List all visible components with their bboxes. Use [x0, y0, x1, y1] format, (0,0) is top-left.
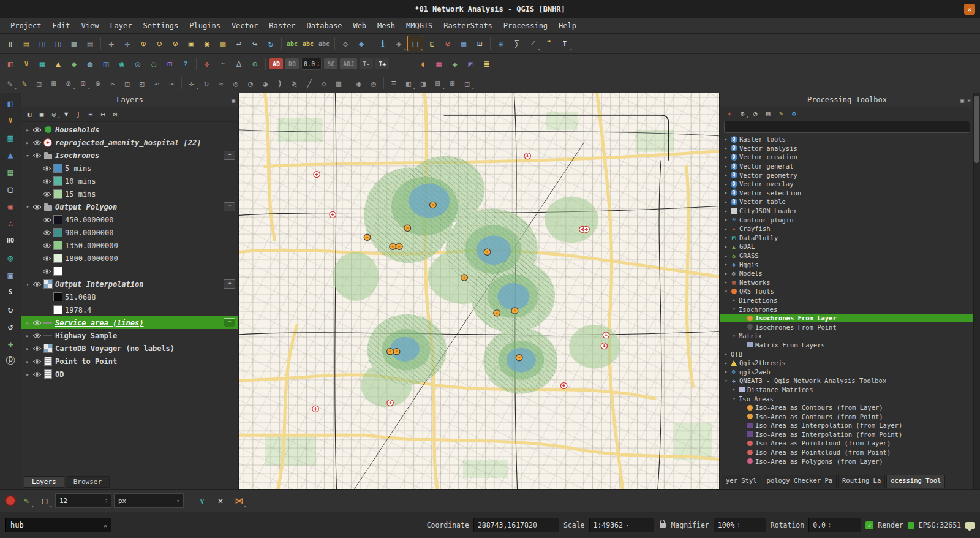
toolbox-search-input[interactable] — [724, 121, 970, 133]
layer-row-reprojected-amenity-hospital-22[interactable]: ▸+reprojected_amenity_hospital [22] — [21, 136, 238, 149]
help-icon[interactable]: ? — [178, 56, 193, 71]
expander-icon[interactable]: ▾ — [24, 281, 31, 287]
menu-processing[interactable]: Processing — [498, 20, 553, 31]
decoration-c-icon[interactable]: ⊟▾ — [431, 77, 445, 90]
data-source-manager-rail-icon[interactable]: ◧ — [2, 96, 18, 111]
scrollbar-thumb[interactable] — [974, 96, 979, 163]
toolbox-item-vector-analysis[interactable]: ▸QVector analysis — [720, 144, 974, 153]
openlayers-plugin-icon[interactable]: ◖ — [415, 56, 430, 71]
add-mesh-rail-icon[interactable]: ▲ — [2, 147, 18, 162]
locator-rail-icon[interactable]: ◎ — [2, 250, 18, 265]
toolbox-item-vector-general[interactable]: ▸QVector general — [720, 162, 974, 171]
toolbox-item-iso-areas[interactable]: ▾Iso-Areas — [720, 394, 974, 403]
refresh-map-icon[interactable]: ↻ — [263, 36, 278, 51]
toolbox-item-contour-plugin[interactable]: ▸≋Contour plugin — [720, 215, 974, 224]
visibility-eye-icon[interactable] — [41, 268, 52, 275]
layer-row-1978-4[interactable]: 1978.4 — [21, 303, 238, 316]
render-checkbox[interactable]: ✓ — [865, 521, 873, 529]
copy-features-icon[interactable]: ◫ — [121, 77, 134, 90]
close-icon[interactable]: ✕ — [967, 97, 971, 104]
menu-raster[interactable]: Raster — [263, 20, 301, 31]
toolbox-item-isochrones-from-layer[interactable]: Isochrones From Layer — [720, 314, 974, 323]
zoom-last-icon[interactable]: ↩ — [232, 36, 246, 51]
visibility-eye-icon[interactable] — [31, 320, 42, 326]
filter-legend-icon[interactable]: ▼ — [61, 108, 72, 119]
expander-icon[interactable]: ▸ — [723, 145, 729, 151]
scale-spin-spinner[interactable]: 0.0▴▾ — [301, 58, 322, 70]
add-virtual-rail-icon[interactable]: ▢ — [2, 181, 18, 197]
map-tips-icon[interactable]: ❝ — [541, 36, 556, 51]
layer-row-15-mins[interactable]: 15 mins — [21, 188, 238, 200]
visibility-eye-icon[interactable] — [41, 230, 52, 236]
zoom-to-layer-icon[interactable]: ▥ — [216, 36, 230, 51]
toolbox-item-crayfish[interactable]: ▸✴Crayfish — [720, 224, 974, 233]
label-toolbar-icon[interactable]: abc — [317, 36, 331, 51]
locator-search[interactable]: ✕ — [5, 518, 111, 532]
toolbox-item-matrix-from-layers[interactable]: Matrix From Layers — [720, 341, 974, 350]
expander-icon[interactable]: ▸ — [24, 127, 31, 133]
toolbox-item-raster-tools[interactable]: ▸QRaster tools — [720, 135, 974, 144]
undo-rail-icon[interactable]: ↺ — [2, 319, 18, 334]
layer-row-output-polygon[interactable]: ▾Output Polygon⋯ — [21, 200, 238, 213]
symbol-fill-icon[interactable]: ▢▾ — [37, 493, 52, 508]
expander-icon[interactable]: ▾ — [731, 396, 737, 401]
toolbox-item-iso-area-as-pointcloud-from-layer[interactable]: Iso-Area as Pointcloud (from Layer) — [720, 439, 974, 448]
adj-mode-button[interactable]: ADJ — [340, 58, 357, 69]
toolbox-item-matrix[interactable]: ▾Matrix — [720, 332, 974, 341]
add-mesh-layer-icon[interactable]: ▲ — [51, 56, 66, 71]
toolbox-item-vector-overlay[interactable]: ▸QVector overlay — [720, 180, 974, 189]
georeferencer-rail-icon[interactable]: ▣ — [2, 267, 18, 282]
cut-features-icon[interactable]: ✂ — [106, 77, 119, 90]
layer-row-households[interactable]: ▸Households — [21, 123, 238, 136]
menu-vector[interactable]: Vector — [226, 20, 263, 31]
symbol-size-spinner[interactable]: 12▴▾ — [55, 493, 111, 508]
zoom-in-icon[interactable]: ⊕ — [136, 36, 151, 51]
expander-icon[interactable]: ▸ — [723, 271, 729, 276]
quickmap-add-icon[interactable]: ✚ — [447, 56, 462, 71]
menu-project[interactable]: Project — [5, 20, 47, 31]
visibility-eye-icon[interactable] — [31, 333, 42, 339]
toolbox-item-vector-table[interactable]: ▸QVector table — [720, 197, 974, 206]
toolbox-item-vector-geometry[interactable]: ▸QVector geometry — [720, 170, 974, 180]
expander-icon[interactable]: ▾ — [723, 378, 729, 384]
expander-icon[interactable]: ▸ — [723, 351, 729, 357]
layer-indicator-badge[interactable]: ⋯ — [224, 202, 235, 211]
expander-icon[interactable]: ▾ — [24, 204, 31, 210]
toolbox-item-otb[interactable]: ▸OTB — [720, 349, 974, 358]
street-smart-rail-icon[interactable]: S — [2, 284, 18, 300]
quickmap-rail-icon[interactable]: ✚ — [2, 336, 18, 351]
toggle-editing-icon[interactable]: ✎ — [18, 77, 31, 90]
layer-row-output-interpolation[interactable]: ▾Output Interpolation⋯ — [21, 278, 238, 290]
panel-tab-browser[interactable]: Browser — [66, 476, 110, 488]
decoration-b-icon[interactable]: ◨ — [417, 77, 430, 90]
symbol-style-icon[interactable]: ✎▾ — [19, 493, 34, 508]
expander-icon[interactable]: ▸ — [731, 387, 737, 392]
toolbox-item-isochrones-from-point[interactable]: Isochrones From Point — [720, 322, 974, 332]
models-icon[interactable]: ⚙▾ — [737, 108, 748, 119]
layout-manager-icon[interactable]: ▤ — [83, 36, 97, 51]
georeferencer-icon[interactable]: ⊕ — [247, 56, 262, 71]
add-spatialite-icon[interactable]: ◍ — [83, 56, 97, 71]
fill-ring-icon[interactable]: ◕ — [258, 77, 272, 90]
add-point-feature-icon[interactable]: ⊙▾ — [62, 77, 75, 90]
visibility-eye-icon[interactable] — [41, 256, 52, 262]
undo-icon[interactable]: ↶ — [150, 77, 164, 90]
reload-rail-icon[interactable]: ↻ — [2, 301, 18, 317]
dock-tab-pology-checker-pa[interactable]: pology Checker Pa — [763, 475, 837, 488]
layer-row-10-mins[interactable]: 10 mins — [21, 175, 238, 188]
layer-row-5-mins[interactable]: 5 mins — [21, 162, 238, 175]
read-only-button[interactable]: RO — [285, 58, 299, 69]
expander-icon[interactable]: ▸ — [723, 235, 729, 240]
toolbox-item-vector-creation[interactable]: ▸QVector creation — [720, 153, 974, 162]
decoration-d-icon[interactable]: ⊞ — [446, 77, 459, 90]
rotate-feature-icon[interactable]: ↻ — [200, 77, 213, 90]
layer-indicator-badge[interactable]: ⋯ — [224, 318, 235, 327]
save-project-as-icon[interactable]: ◫ — [51, 36, 66, 51]
pan-map-icon[interactable]: ✛ — [104, 36, 119, 51]
add-group-icon[interactable]: ▣ — [36, 108, 47, 119]
toolbox-item-qneat3-qgis-network-analysis-toolbox[interactable]: ▾❖QNEAT3 - Qgis Network Analysis Toolbox — [720, 376, 974, 385]
plugins-rail-icon[interactable]: ◉ — [2, 199, 18, 214]
toolbox-item-qgis2web[interactable]: ▸⚙qgis2web — [720, 367, 974, 376]
offset-curve-icon[interactable]: ) — [273, 77, 287, 90]
layer-row-highway-sample[interactable]: ▸Highway Sample — [21, 329, 238, 342]
